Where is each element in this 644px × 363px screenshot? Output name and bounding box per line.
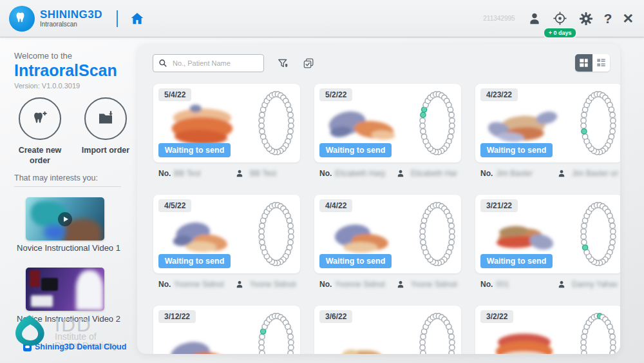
- order-date: 4/4/22: [319, 199, 352, 212]
- order-card[interactable]: 5/4/22 Waiting to send: [153, 84, 300, 162]
- tooth-icon: [14, 11, 30, 26]
- help-button[interactable]: ?: [604, 12, 612, 25]
- order-info-row: No. BB Test BB Test: [153, 168, 300, 179]
- scan-thumbnail: [162, 211, 242, 258]
- order-info-row: No. 001 Danny Yahav: [475, 279, 620, 290]
- order-card[interactable]: 4/5/22 Waiting to send: [153, 195, 300, 273]
- order-no-label: No.: [158, 169, 171, 178]
- tooth-plus-icon: [30, 109, 50, 128]
- order-info-row: No. Jim Baxter Jim Baxter only R...: [475, 168, 620, 179]
- tooth-chart: [578, 311, 618, 354]
- app-title: IntraoralScan: [14, 61, 117, 80]
- tooth-chart: [578, 89, 618, 157]
- play-icon[interactable]: [58, 212, 72, 226]
- home-icon: [129, 11, 145, 26]
- user-id: 211342995: [483, 15, 515, 22]
- order-card[interactable]: 3/21/22 Waiting to send: [475, 195, 620, 273]
- tooth-chart: [256, 200, 296, 268]
- settings-button[interactable]: [578, 11, 594, 26]
- sidebar: Welcome to the IntraoralScan Version: V1…: [0, 37, 137, 363]
- search-icon: [158, 59, 167, 68]
- welcome-text: Welcome to the: [14, 51, 72, 61]
- list-view-button[interactable]: [592, 54, 610, 72]
- order-no-value: BB Test: [174, 169, 200, 178]
- order-cell: 3/6/22 Waiting to send No.: [314, 306, 461, 354]
- status-button[interactable]: Waiting to send: [319, 143, 392, 157]
- patient-name: Jim Baxter only R...: [572, 169, 618, 178]
- interests-divider: [14, 186, 121, 187]
- scan-thumbnail: [323, 101, 403, 147]
- search-box[interactable]: [153, 54, 264, 72]
- create-order-ring: [19, 97, 61, 140]
- order-no-label: No.: [319, 280, 332, 289]
- order-card[interactable]: 4/23/22 Waiting to send: [475, 84, 620, 162]
- order-info-row: No. Elizabeth Harper Elizabeth Harper: [314, 168, 461, 179]
- create-order-button[interactable]: Create new order: [12, 97, 68, 166]
- brand-subtitle: Intraoralscan: [40, 21, 102, 28]
- status-button[interactable]: Waiting to send: [158, 143, 231, 157]
- order-card[interactable]: 5/2/22 Waiting to send: [314, 84, 461, 162]
- order-cell: 3/2/22 Waiting to send No.: [475, 306, 620, 354]
- filter-button[interactable]: [276, 56, 290, 70]
- video-thumbnail-2[interactable]: [26, 268, 104, 311]
- patient-icon: [557, 169, 566, 178]
- search-input[interactable]: [171, 59, 245, 68]
- calibration-button[interactable]: + 0 days: [553, 11, 568, 26]
- order-no-value: Elizabeth Harper: [335, 169, 385, 178]
- idd-logo: [10, 311, 52, 350]
- status-button[interactable]: Waiting to send: [480, 254, 553, 268]
- order-no-label: No.: [319, 169, 332, 178]
- scan-thumbnail: [484, 101, 564, 147]
- interests-heading: That may interests you:: [14, 173, 98, 182]
- order-cell: 3/21/22 Waiting to send No. 001 Danny Ya…: [475, 195, 620, 290]
- tooth-chart: [417, 89, 457, 157]
- order-cell: 3/12/22 Waiting to send No.: [153, 306, 300, 354]
- scan-thumbnail: [323, 211, 403, 258]
- video2-decor: [41, 278, 58, 291]
- order-card[interactable]: 4/4/22 Waiting to send: [314, 195, 461, 273]
- order-no-value: 001: [496, 280, 509, 289]
- order-no-value: Yvonne Sidnot: [335, 280, 384, 289]
- tooth-chart: [578, 200, 618, 268]
- order-no-label: No.: [480, 169, 493, 178]
- video2-decor: [76, 270, 103, 310]
- patient-icon: [557, 280, 566, 289]
- scan-thumbnail: [162, 322, 242, 354]
- video2-decor: [31, 295, 53, 307]
- patient-icon: [396, 169, 405, 178]
- status-button[interactable]: Waiting to send: [319, 254, 392, 268]
- patient-name: Yvone Sidnote: [250, 280, 296, 289]
- import-order-button[interactable]: Import order: [77, 97, 134, 166]
- close-button[interactable]: ✕: [622, 12, 634, 25]
- scan-thumbnail: [484, 322, 564, 354]
- order-grid: 5/4/22 Waiting to send No. BB Test BB Te…: [153, 84, 620, 354]
- order-cell: 4/5/22 Waiting to send No. Yvonne Sidnot…: [153, 195, 300, 290]
- calibration-icon: [553, 11, 567, 26]
- order-card[interactable]: 3/2/22 Waiting to send: [475, 306, 620, 354]
- status-button[interactable]: Waiting to send: [158, 254, 231, 268]
- order-date: 3/6/22: [319, 310, 352, 323]
- order-no-label: No.: [480, 280, 493, 289]
- order-date: 4/5/22: [158, 199, 191, 212]
- watermark-institute: Institute of: [55, 332, 97, 341]
- scan-thumbnail: [162, 101, 242, 147]
- user-account-button[interactable]: [527, 11, 542, 26]
- version-text: Version: V1.0.0.3019: [14, 82, 80, 90]
- gear-icon: [579, 12, 593, 26]
- order-date: 5/4/22: [158, 88, 191, 101]
- check-square-icon: [303, 57, 315, 70]
- video-thumbnail-1[interactable]: [26, 197, 104, 240]
- patient-name: Yvone Sidnote: [411, 280, 457, 289]
- batch-select-button[interactable]: [301, 56, 316, 70]
- order-date: 3/12/22: [158, 310, 196, 323]
- grid-view-button[interactable]: [575, 54, 592, 72]
- order-date: 3/21/22: [480, 199, 518, 212]
- order-actions: Create new order Import order: [12, 97, 134, 166]
- order-card[interactable]: 3/12/22 Waiting to send: [153, 306, 300, 354]
- order-list-panel: 5/4/22 Waiting to send No. BB Test BB Te…: [137, 44, 620, 354]
- home-button[interactable]: [129, 10, 146, 27]
- patient-name: Elizabeth Harper: [411, 169, 457, 178]
- order-card[interactable]: 3/6/22 Waiting to send: [314, 306, 461, 354]
- video2-decor: [30, 270, 40, 287]
- status-button[interactable]: Waiting to send: [480, 143, 553, 157]
